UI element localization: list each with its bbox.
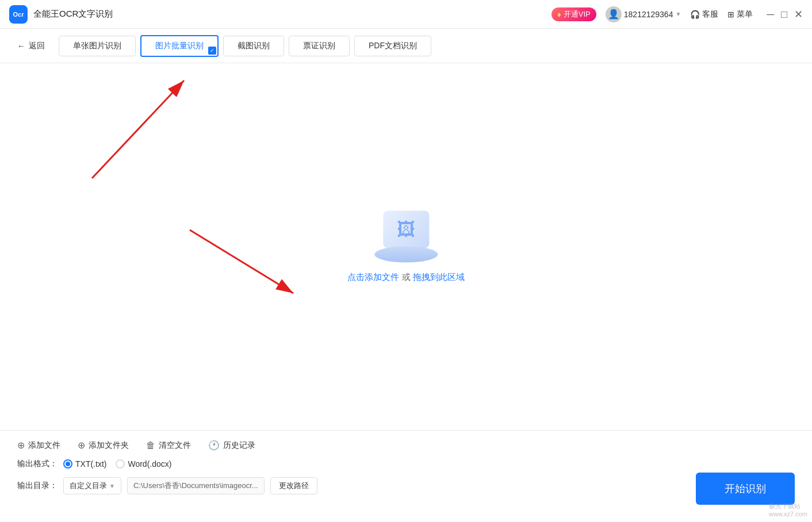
- add-file-button[interactable]: ⊕ 添加文件: [17, 440, 60, 451]
- menu-button[interactable]: ⊞ 菜单: [727, 9, 753, 20]
- dir-select-dropdown[interactable]: 自定义目录 ▼: [63, 477, 121, 494]
- drop-text: 点击添加文件 或 拖拽到此区域: [347, 272, 464, 283]
- history-label: 历史记录: [223, 440, 255, 451]
- service-button[interactable]: 🎧 客服: [690, 9, 718, 20]
- back-arrow-icon: ←: [17, 41, 25, 51]
- bottom-actions-row: ⊕ 添加文件 ⊕ 添加文件夹 🗑 清空文件 🕐 历史记录: [17, 440, 795, 451]
- tab-screenshot-label: 截图识别: [238, 41, 270, 50]
- back-label: 返回: [29, 41, 45, 51]
- add-file-icon: ⊕: [17, 440, 25, 451]
- upload-illustration: 🖼: [374, 211, 438, 263]
- clear-button[interactable]: 🗑 清空文件: [146, 440, 191, 451]
- service-label: 客服: [702, 9, 718, 20]
- add-folder-label: 添加文件夹: [89, 440, 129, 451]
- titlebar-right: ♦ 开通VIP 👤 18212129364 ▼ 🎧 客服 ⊞ 菜单 ─ □ ✕: [551, 6, 803, 22]
- svg-line-3: [190, 230, 293, 293]
- titlebar: Ocr 全能王OCR文字识别 ♦ 开通VIP 👤 18212129364 ▼ 🎧…: [0, 0, 812, 29]
- start-label: 开始识别: [725, 483, 766, 494]
- vip-label: 开通VIP: [564, 9, 591, 20]
- headset-icon: 🎧: [690, 10, 700, 19]
- format-txt-option[interactable]: TXT(.txt): [63, 459, 106, 469]
- add-folder-button[interactable]: ⊕ 添加文件夹: [78, 440, 129, 451]
- history-icon: 🕐: [208, 440, 220, 451]
- app-icon: Ocr: [9, 5, 28, 24]
- avatar: 👤: [606, 6, 622, 22]
- toolbar: ← 返回 单张图片识别 图片批量识别 ✓ 截图识别 票证识别 PDF文档识别: [0, 29, 812, 63]
- grid-icon: ⊞: [727, 10, 734, 19]
- drag-text: 拖拽到此区域: [413, 272, 465, 282]
- add-file-label: 添加文件: [28, 440, 60, 451]
- format-label: 输出格式：: [17, 459, 58, 469]
- start-recognition-button[interactable]: 开始识别: [696, 473, 795, 505]
- tab-single-image-label: 单张图片识别: [73, 41, 121, 50]
- dir-label: 输出目录：: [17, 481, 58, 491]
- image-platform: [374, 247, 438, 263]
- window-controls: ─ □ ✕: [767, 9, 803, 20]
- tab-ticket[interactable]: 票证识别: [289, 36, 350, 56]
- change-path-button[interactable]: 更改路径: [270, 477, 317, 494]
- format-row: 输出格式： TXT(.txt) Word(.docx): [17, 459, 795, 469]
- diamond-icon: ♦: [557, 10, 561, 19]
- back-button[interactable]: ← 返回: [17, 41, 45, 51]
- tab-ticket-label: 票证识别: [303, 41, 335, 50]
- add-folder-icon: ⊕: [78, 440, 85, 451]
- trash-icon: 🗑: [146, 440, 155, 451]
- main-content: 🖼 点击添加文件 或 拖拽到此区域: [0, 63, 812, 430]
- app-icon-text: Ocr: [13, 11, 24, 18]
- app-title: 全能王OCR文字识别: [33, 9, 113, 20]
- format-docx-option[interactable]: Word(.docx): [116, 459, 171, 469]
- image-card-icon: 🖼: [397, 219, 415, 240]
- radio-txt-dot: [63, 459, 72, 469]
- watermark: 极光下载站www.xz7.com: [769, 502, 807, 517]
- clear-label: 清空文件: [159, 440, 191, 451]
- dir-select-label: 自定义目录: [70, 481, 107, 491]
- tab-batch-image[interactable]: 图片批量识别 ✓: [140, 35, 219, 57]
- tab-pdf-label: PDF文档识别: [369, 41, 417, 50]
- tab-screenshot[interactable]: 截图识别: [223, 36, 284, 56]
- drop-zone[interactable]: 🖼 点击添加文件 或 拖拽到此区域: [347, 211, 464, 283]
- dir-row: 输出目录： 自定义目录 ▼ C:\Users\香香\Documents\imag…: [17, 477, 795, 494]
- titlebar-left: Ocr 全能王OCR文字识别: [9, 5, 113, 24]
- image-card: 🖼: [383, 211, 429, 248]
- format-docx-label: Word(.docx): [128, 459, 171, 469]
- tab-pdf[interactable]: PDF文档识别: [354, 36, 431, 56]
- dir-dropdown-icon: ▼: [109, 483, 115, 489]
- svg-line-2: [92, 80, 184, 178]
- vip-button[interactable]: ♦ 开通VIP: [551, 7, 596, 21]
- click-add-link[interactable]: 点击添加文件: [347, 272, 399, 282]
- menu-label: 菜单: [737, 9, 753, 20]
- tab-batch-image-label: 图片批量识别: [155, 41, 204, 50]
- format-radio-group: TXT(.txt) Word(.docx): [63, 459, 171, 469]
- user-info: 👤 18212129364 ▼: [606, 6, 681, 22]
- bottom-panel: ⊕ 添加文件 ⊕ 添加文件夹 🗑 清空文件 🕐 历史记录 输出格式： TXT(.…: [0, 430, 812, 522]
- close-button[interactable]: ✕: [794, 9, 803, 20]
- phone-dropdown-icon: ▼: [675, 11, 681, 17]
- format-txt-label: TXT(.txt): [75, 459, 106, 469]
- or-text: 或: [402, 272, 411, 282]
- radio-docx-dot: [116, 459, 125, 469]
- tab-single-image[interactable]: 单张图片识别: [59, 36, 136, 56]
- tab-active-check: ✓: [208, 47, 216, 55]
- history-button[interactable]: 🕐 历史记录: [208, 440, 255, 451]
- minimize-button[interactable]: ─: [767, 9, 774, 20]
- user-phone: 18212129364: [624, 10, 673, 19]
- change-path-label: 更改路径: [279, 481, 309, 490]
- dir-path-display: C:\Users\香香\Documents\imageocr...: [127, 477, 265, 494]
- maximize-button[interactable]: □: [781, 9, 787, 20]
